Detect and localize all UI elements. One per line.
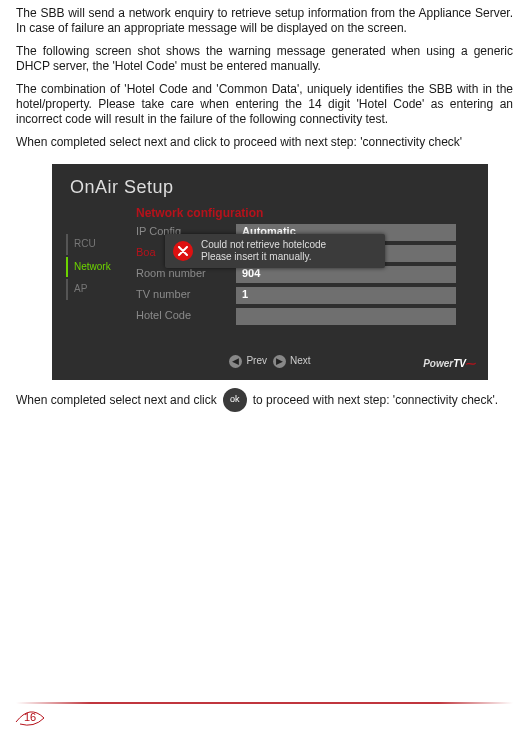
page-number: 16 xyxy=(24,711,36,725)
intro-paragraph-2: The following screen shot shows the warn… xyxy=(16,44,513,74)
page-number-badge: 16 xyxy=(14,708,46,728)
next-button[interactable]: ▶ Next xyxy=(273,355,311,368)
document-page: The SBB will send a network enquiry to r… xyxy=(0,0,529,738)
label-room-number: Room number xyxy=(136,267,236,281)
error-message: Could not retrieve hotelcode Please inse… xyxy=(201,239,326,263)
logo-power: Power xyxy=(423,358,453,369)
finish-sentence: When completed select next and click ok … xyxy=(16,388,513,412)
field-hotel-code[interactable] xyxy=(236,308,456,325)
prev-arrow-icon: ◀ xyxy=(229,355,242,368)
finish-before: When completed select next and click xyxy=(16,393,217,408)
prev-label: Prev xyxy=(246,355,267,368)
row-hotel-code: Hotel Code xyxy=(136,306,456,326)
row-tv-number: TV number 1 xyxy=(136,285,456,305)
logo-swoosh-icon: ⁓ xyxy=(466,358,476,369)
embedded-screenshot: OnAir Setup RCU Network AP Network confi… xyxy=(52,164,488,380)
app-title: OnAir Setup xyxy=(70,176,174,199)
setup-sidebar: RCU Network AP xyxy=(66,234,126,302)
next-label: Next xyxy=(290,355,311,368)
powertv-logo: PowerTV⁓ xyxy=(423,358,476,371)
error-line-1: Could not retrieve hotelcode xyxy=(201,239,326,251)
finish-after: to proceed with next step: 'connectivity… xyxy=(253,393,498,408)
error-line-2: Please insert it manually. xyxy=(201,251,326,263)
intro-paragraph-4: When completed select next and click to … xyxy=(16,135,513,150)
footer-divider xyxy=(16,702,513,704)
field-room-number[interactable]: 904 xyxy=(236,266,456,283)
label-hotel-code: Hotel Code xyxy=(136,309,236,323)
label-tv-number: TV number xyxy=(136,288,236,302)
intro-paragraph-1: The SBB will send a network enquiry to r… xyxy=(16,6,513,36)
intro-paragraph-3: The combination of 'Hotel Code and 'Comm… xyxy=(16,82,513,127)
next-arrow-icon: ▶ xyxy=(273,355,286,368)
ok-button[interactable]: ok xyxy=(223,388,247,412)
prev-button[interactable]: ◀ Prev xyxy=(229,355,267,368)
sidebar-item-rcu[interactable]: RCU xyxy=(66,234,126,255)
logo-tv: TV xyxy=(453,358,466,369)
error-popup: Could not retrieve hotelcode Please inse… xyxy=(165,234,385,268)
field-tv-number[interactable]: 1 xyxy=(236,287,456,304)
sidebar-item-ap[interactable]: AP xyxy=(66,279,126,300)
sidebar-item-network[interactable]: Network xyxy=(66,257,126,278)
error-icon xyxy=(173,241,193,261)
section-title: Network configuration xyxy=(136,206,263,221)
